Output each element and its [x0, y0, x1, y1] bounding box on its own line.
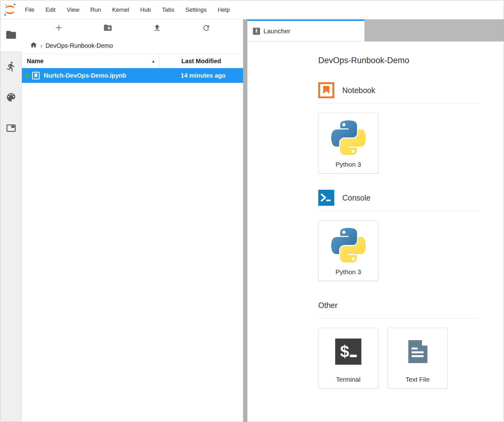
section-label-notebook: Notebook	[342, 86, 375, 95]
launcher-card-text-file[interactable]: Text File	[388, 328, 448, 388]
menu-hub[interactable]: Hub	[135, 0, 156, 19]
file-list-header: Name ▲ Last Modified	[22, 54, 243, 68]
name-column-label: Name	[27, 58, 43, 65]
menu-edit[interactable]: Edit	[40, 0, 61, 19]
upload-button[interactable]	[150, 22, 164, 35]
tab-bar: Launcher	[247, 19, 504, 42]
new-folder-icon	[103, 23, 112, 34]
python-logo-icon	[331, 228, 366, 264]
python-logo-icon	[331, 120, 366, 156]
breadcrumb-separator: ›	[40, 42, 43, 49]
terminal-icon: $	[335, 339, 361, 366]
section-label-console: Console	[342, 193, 371, 202]
folder-icon	[5, 29, 17, 42]
file-browser-panel: › DevOps-Runbook-Demo Name ▲ Last Modifi…	[22, 19, 243, 422]
new-folder-button[interactable]	[101, 22, 115, 35]
column-header-last-modified[interactable]: Last Modified	[159, 58, 243, 65]
text-file-icon	[404, 339, 431, 366]
section-rule	[318, 103, 478, 103]
sidebar-tab-commands[interactable]	[0, 83, 22, 113]
sidebar-tab-running-sessions[interactable]	[0, 52, 22, 83]
console-icon	[318, 190, 334, 206]
launcher-panel: DevOps-Runbook-Demo Notebook	[247, 42, 504, 422]
launcher-title: DevOps-Runbook-Demo	[318, 56, 504, 65]
section-rule	[318, 318, 478, 319]
menu-help[interactable]: Help	[212, 0, 235, 19]
tab-launcher-label: Launcher	[263, 27, 291, 35]
file-name: Nurtch-DevOps-Demo.ipynb	[44, 72, 126, 79]
card-label-python3: Python 3	[335, 268, 361, 276]
jupyterlab-window: File Edit View Run Kernel Hub Tabs Setti…	[0, 0, 504, 422]
section-header-other: Other	[318, 297, 504, 313]
menu-run[interactable]: Run	[85, 0, 107, 19]
plus-icon	[55, 23, 63, 33]
file-row-selected[interactable]: Nurtch-DevOps-Demo.ipynb 14 minutes ago	[22, 68, 243, 83]
launcher-card-console-python3[interactable]: Python 3	[318, 220, 378, 281]
palette-icon	[6, 92, 17, 104]
file-last-modified: 14 minutes ago	[126, 72, 243, 79]
home-icon[interactable]	[30, 41, 37, 50]
tab-launcher[interactable]: Launcher	[247, 19, 364, 41]
notebook-icon	[318, 82, 334, 98]
refresh-button[interactable]	[199, 22, 213, 35]
section-header-console: Console	[318, 190, 504, 206]
tabs-icon	[6, 123, 17, 135]
new-launcher-button[interactable]	[52, 22, 66, 35]
running-person-icon	[6, 61, 17, 73]
section-label-other: Other	[318, 301, 338, 310]
menu-bar: File Edit View Run Kernel Hub Tabs Setti…	[0, 0, 504, 19]
file-browser-toolbar	[22, 19, 243, 37]
section-header-notebook: Notebook	[318, 82, 504, 98]
launcher-rocket-icon	[253, 28, 260, 35]
launcher-card-terminal[interactable]: $ Terminal	[318, 328, 378, 388]
section-rule	[318, 211, 478, 211]
column-header-name[interactable]: Name ▲	[22, 54, 159, 68]
breadcrumb-current-folder[interactable]: DevOps-Runbook-Demo	[46, 42, 113, 49]
sort-ascending-icon: ▲	[151, 59, 155, 63]
panel-splitter[interactable]	[243, 19, 247, 422]
menu-kernel[interactable]: Kernel	[107, 0, 135, 19]
card-label-python3: Python 3	[335, 161, 361, 168]
refresh-icon	[202, 24, 210, 33]
menu-tabs[interactable]: Tabs	[156, 0, 180, 19]
menu-settings[interactable]: Settings	[180, 0, 212, 19]
menu-file[interactable]: File	[19, 0, 40, 19]
sidebar-tab-files[interactable]	[0, 19, 22, 51]
card-label-text-file: Text File	[405, 376, 429, 383]
kernel-running-dot	[25, 74, 29, 78]
main-panel: Launcher DevOps-Runbook-Demo Notebook	[247, 19, 504, 422]
launcher-card-notebook-python3[interactable]: Python 3	[318, 113, 378, 173]
svg-text:$: $	[340, 342, 349, 360]
notebook-file-icon	[32, 71, 40, 80]
left-activity-bar	[0, 19, 22, 422]
menu-view[interactable]: View	[61, 0, 85, 19]
jupyter-logo-icon	[0, 0, 19, 19]
card-label-terminal: Terminal	[336, 376, 360, 383]
upload-icon	[153, 23, 161, 33]
breadcrumb: › DevOps-Runbook-Demo	[22, 37, 243, 54]
sidebar-tab-open-tabs[interactable]	[0, 113, 22, 144]
